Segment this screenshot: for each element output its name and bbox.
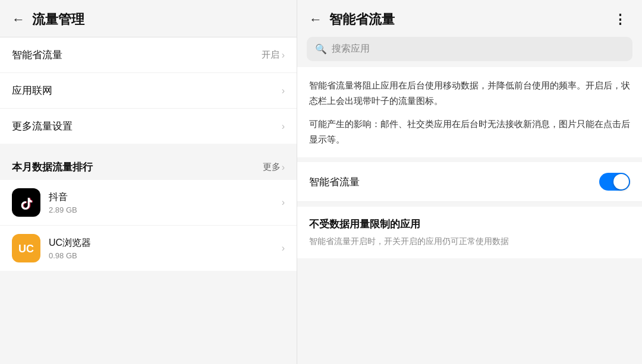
- menu-item-more-settings-label: 更多流量设置: [12, 119, 73, 133]
- menu-item-smart-save-right: 开启 ›: [262, 49, 285, 61]
- unrestricted-desc: 智能省流量开启时，开关开启的应用仍可正常使用数据: [309, 235, 630, 248]
- right-back-button[interactable]: ←: [309, 13, 322, 26]
- app-chevron-uc: ›: [282, 243, 285, 254]
- search-icon: 🔍: [315, 43, 327, 55]
- app-name-uc: UC浏览器: [49, 237, 273, 249]
- left-panel: ← 流量管理 智能省流量 开启 › 应用联网 › 更多流量设置 › 本: [0, 0, 297, 364]
- section-more-label: 更多: [263, 162, 281, 173]
- app-chevron-tiktok: ›: [282, 197, 285, 208]
- chevron-icon-0: ›: [282, 50, 285, 61]
- toggle-label: 智能省流量: [309, 175, 360, 189]
- left-back-button[interactable]: ←: [12, 13, 25, 26]
- unrestricted-section: 不受数据用量限制的应用 智能省流量开启时，开关开启的应用仍可正常使用数据: [297, 207, 642, 258]
- right-panel: ← 智能省流量 ⋮ 🔍 搜索应用 智能省流量将阻止应用在后台使用移动数据，并降低…: [297, 0, 642, 364]
- menu-item-smart-save[interactable]: 智能省流量 开启 ›: [0, 37, 297, 73]
- app-item-tiktok[interactable]: 抖音 2.89 GB ›: [0, 180, 297, 226]
- menu-item-app-network-right: ›: [282, 86, 285, 96]
- menu-item-smart-save-label: 智能省流量: [12, 48, 62, 62]
- more-menu-button[interactable]: ⋮: [611, 12, 630, 27]
- section-more-button[interactable]: 更多 ›: [263, 162, 285, 173]
- menu-item-more-settings-right: ›: [282, 121, 285, 132]
- app-usage-tiktok: 2.89 GB: [49, 205, 273, 214]
- toggle-section: 智能省流量: [297, 162, 642, 202]
- app-icon-tiktok: [12, 188, 40, 217]
- app-list: 抖音 2.89 GB › UC UC浏览器 0.98 GB ›: [0, 180, 297, 271]
- description-text-2: 可能产生的影响：邮件、社交类应用在后台时无法接收新消息，图片只能在点击后显示等。: [309, 116, 630, 147]
- menu-item-smart-save-status: 开启: [262, 49, 279, 61]
- section-header-monthly: 本月数据流量排行 更多 ›: [0, 150, 297, 180]
- chevron-icon-1: ›: [282, 86, 285, 96]
- section-title-monthly: 本月数据流量排行: [12, 160, 93, 174]
- smart-save-toggle[interactable]: [599, 173, 630, 191]
- description-text-1: 智能省流量将阻止应用在后台使用移动数据，并降低前台使用的频率。开启后，状态栏上会…: [309, 78, 630, 108]
- right-panel-title: 智能省流量: [329, 11, 604, 29]
- app-info-tiktok: 抖音 2.89 GB: [49, 191, 273, 214]
- left-panel-title: 流量管理: [32, 11, 84, 29]
- toggle-knob: [613, 174, 629, 189]
- unrestricted-title: 不受数据用量限制的应用: [309, 217, 630, 231]
- search-bar[interactable]: 🔍 搜索应用: [307, 37, 632, 61]
- menu-item-app-network[interactable]: 应用联网 ›: [0, 73, 297, 109]
- app-usage-uc: 0.98 GB: [49, 251, 273, 260]
- menu-item-app-network-label: 应用联网: [12, 84, 52, 97]
- app-icon-uc: UC: [12, 234, 40, 262]
- app-name-tiktok: 抖音: [49, 191, 273, 204]
- section-more-chevron: ›: [282, 162, 285, 173]
- svg-text:UC: UC: [18, 243, 34, 255]
- right-header: ← 智能省流量 ⋮: [297, 0, 642, 37]
- chevron-icon-2: ›: [282, 121, 285, 132]
- app-info-uc: UC浏览器 0.98 GB: [49, 237, 273, 260]
- description-block: 智能省流量将阻止应用在后台使用移动数据，并降低前台使用的频率。开启后，状态栏上会…: [297, 67, 642, 157]
- search-input[interactable]: 搜索应用: [332, 43, 370, 55]
- menu-section: 智能省流量 开启 › 应用联网 › 更多流量设置 ›: [0, 37, 297, 144]
- menu-item-more-settings[interactable]: 更多流量设置 ›: [0, 109, 297, 144]
- left-header: ← 流量管理: [0, 0, 297, 37]
- app-item-uc[interactable]: UC UC浏览器 0.98 GB ›: [0, 226, 297, 271]
